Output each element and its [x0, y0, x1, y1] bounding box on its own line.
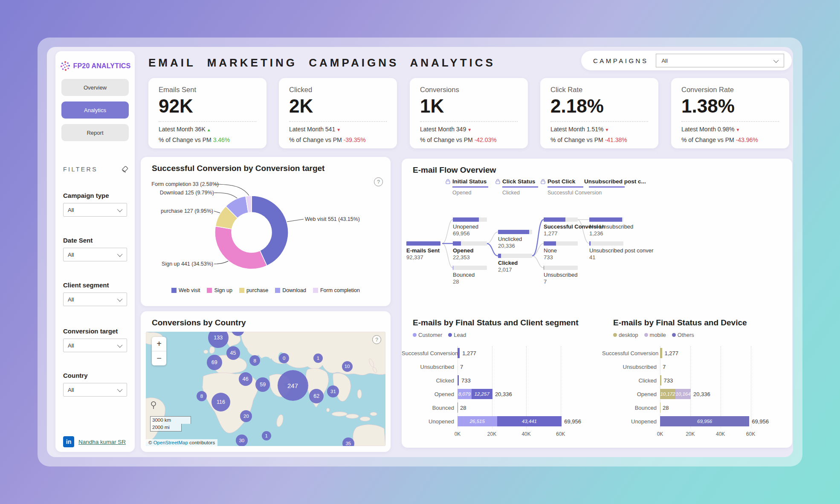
legend-item[interactable]: Web visit: [171, 287, 200, 293]
bar-segment[interactable]: [458, 348, 460, 358]
flow-node-opened[interactable]: Opened22,353: [453, 241, 504, 261]
bar-row: Opened10,17210,16420,336: [602, 387, 769, 401]
zoom-in-button[interactable]: +: [152, 337, 166, 351]
bar-row: Opened8,07912,25720,336: [402, 387, 581, 401]
flow-column-unsubscribed-post[interactable]: Unsubscribed post c...: [582, 178, 633, 190]
filter-dropdown-conversion-target[interactable]: All: [63, 339, 127, 352]
flow-node-none[interactable]: None733: [544, 241, 595, 261]
map-bubble[interactable]: 62: [309, 389, 324, 403]
axis-tick: 0K: [455, 431, 461, 437]
chevron-down-icon: [117, 296, 123, 301]
filter-dropdown-campaign-type[interactable]: All: [63, 203, 127, 217]
bar-segment[interactable]: [660, 348, 662, 358]
donut-chart[interactable]: [205, 185, 298, 279]
legend-item[interactable]: Others: [672, 332, 694, 338]
flow-node-unopened[interactable]: Unopened69,956: [453, 217, 504, 237]
total-label: 69,956: [752, 418, 769, 425]
flow-node-unclicked[interactable]: Unclicked20,336: [498, 230, 549, 249]
legend-item[interactable]: mobile: [644, 332, 666, 338]
world-map[interactable]: 251334569801104659247316281162013035 + −…: [146, 332, 385, 446]
map-bubble[interactable]: 116: [211, 393, 230, 411]
map-bubble[interactable]: 46: [239, 372, 252, 386]
axis-tick: 20K: [686, 431, 695, 437]
flow-node-unsubscribed[interactable]: Unsubscribed7: [544, 266, 595, 285]
legend-item[interactable]: purchase: [239, 287, 268, 293]
bar-segment[interactable]: [660, 375, 661, 385]
help-icon[interactable]: ?: [372, 335, 381, 344]
linkedin-icon[interactable]: in: [63, 436, 74, 447]
flow-node-emails-sent[interactable]: E-mails Sent92,337: [406, 241, 458, 261]
map-bubble[interactable]: 20: [240, 410, 252, 422]
openstreetmap-link[interactable]: OpenStreetMap: [154, 440, 188, 445]
bar-segment[interactable]: 10,164: [675, 389, 691, 399]
legend-item[interactable]: desktop: [613, 332, 638, 338]
legend-item[interactable]: Sign up: [207, 287, 232, 293]
donut-callout-download: Download 125 (9.79%): [160, 190, 214, 196]
kpi-value: 2.18%: [550, 96, 648, 116]
map-pin-icon: [150, 401, 157, 409]
bar-segment[interactable]: 8,079: [458, 389, 472, 399]
filter-dropdown-country[interactable]: All: [63, 383, 127, 397]
bar-segment[interactable]: 10,172: [660, 389, 675, 399]
map-bubble[interactable]: 69: [207, 355, 222, 370]
map-bubble[interactable]: 31: [327, 385, 339, 397]
brand-logo: FP20 ANALYTICS: [55, 51, 135, 72]
bar-segment[interactable]: 12,257: [472, 389, 492, 399]
map-bubble[interactable]: 133: [208, 332, 229, 348]
filter-dropdown-client-segment[interactable]: All: [63, 293, 127, 306]
flow-node-clicked[interactable]: Clicked2,017: [498, 254, 549, 273]
campaigns-dropdown[interactable]: All: [656, 54, 784, 67]
chevron-down-icon: [117, 206, 123, 212]
help-icon[interactable]: ?: [374, 177, 383, 186]
flow-node-not-unsubscribed[interactable]: Not Unsubscribed1,236: [589, 217, 640, 237]
sidebar-item-report[interactable]: Report: [61, 124, 129, 141]
category-label: Clicked: [602, 377, 660, 384]
legend-item[interactable]: Download: [275, 287, 306, 293]
map-bubble[interactable]: 8: [249, 355, 260, 366]
bar-segment[interactable]: [458, 375, 459, 385]
sidebar-item-overview[interactable]: Overview: [61, 79, 129, 96]
bar-row: Clicked733: [602, 374, 769, 387]
filter-dropdown-date-sent[interactable]: All: [63, 248, 127, 261]
page-title: EMAIL MARKETING CAMPAIGNS ANALYTICS: [148, 56, 495, 70]
map-bubble[interactable]: 45: [226, 346, 240, 360]
axis-tick: 20K: [487, 431, 496, 437]
filters-title: FILTERS: [63, 166, 98, 173]
flow-node-bounced[interactable]: Bounced28: [453, 266, 504, 285]
map-bubble[interactable]: 0: [279, 353, 289, 363]
map-bubble[interactable]: 10: [342, 361, 353, 372]
map-bubble[interactable]: 25: [232, 332, 244, 336]
bar-segment[interactable]: 69,956: [660, 416, 749, 426]
campaigns-label: CAMPAIGNS: [593, 57, 648, 64]
kpi-title: Emails Sent: [159, 86, 256, 94]
map-bubble[interactable]: 35: [342, 437, 354, 446]
map-bubble[interactable]: 1: [313, 353, 323, 363]
map-bubble[interactable]: 30: [236, 434, 248, 446]
legend-item[interactable]: Lead: [448, 332, 466, 338]
zoom-out-button[interactable]: −: [152, 351, 166, 365]
flow-title: E-mail Flow Overview: [413, 165, 496, 175]
kpi-title: Conversions: [420, 86, 518, 94]
map-bubble[interactable]: 1: [262, 431, 271, 440]
trend-down-icon: ▼: [736, 127, 740, 132]
axis-tick: 40K: [521, 431, 530, 437]
legend-item[interactable]: Customer: [413, 332, 442, 338]
bar-segment[interactable]: 26,515: [458, 416, 497, 426]
kpi-card-emails-sent: Emails Sent 92K Latest Month 36K▲ % of C…: [148, 78, 266, 148]
author-link[interactable]: Nandha kumar SR: [78, 439, 126, 445]
bar-row: Unopened69,95669,956: [602, 414, 769, 428]
flow-node-successful-conversion[interactable]: Successful Conversion1,277: [544, 217, 595, 237]
flow-column-initial-status[interactable]: Initial Status Opened: [446, 178, 497, 196]
map-bubble[interactable]: 59: [255, 377, 270, 392]
donut-slice[interactable]: [215, 226, 267, 269]
map-bubble[interactable]: 247: [278, 370, 308, 401]
map-attribution: © OpenStreetMap contributors: [146, 439, 217, 446]
flow-column-click-status[interactable]: Click Status Clicked: [495, 178, 547, 196]
map-bubble[interactable]: 8: [197, 391, 207, 401]
eraser-icon[interactable]: [121, 165, 129, 173]
bar-segment[interactable]: 43,441: [497, 416, 562, 426]
legend-item[interactable]: Form completion: [313, 287, 360, 293]
sidebar-item-analytics[interactable]: Analytics: [61, 101, 129, 119]
flow-node-unsubscribed-post-conversion[interactable]: Unsubscribed post conver41: [589, 241, 640, 261]
kpi-value: 92K: [159, 96, 256, 116]
